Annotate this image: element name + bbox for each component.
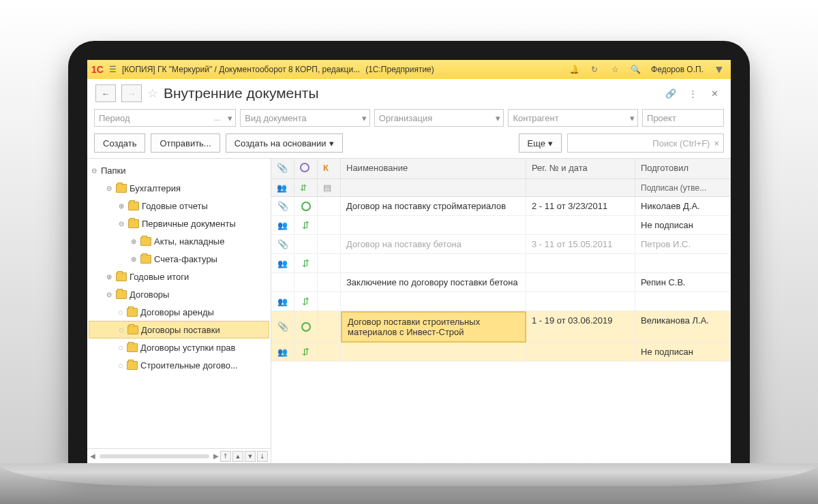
status-ring-icon (301, 322, 311, 332)
tree-item[interactable]: ○Строительные догово... (89, 356, 269, 374)
more-button[interactable]: Еще ▾ (519, 133, 562, 153)
tree-item[interactable]: ⊖Первичные документы (89, 215, 269, 232)
tree-first-button[interactable]: ⤒ (220, 451, 231, 462)
folder-icon (140, 237, 151, 246)
doc-author: Николаев Д.А. (635, 197, 731, 216)
tree-item[interactable]: ○Договоры поставки (89, 321, 269, 338)
table-row[interactable]: Заключение по договору поставки бетонаРе… (271, 273, 731, 292)
table-row-sub: 👥⇵ (271, 254, 731, 273)
window-title: [КОПИЯ] ГК "Меркурий" / Документооборот … (122, 65, 360, 74)
toolbar: Создать Отправить... Создать на основани… (87, 131, 731, 158)
tree-item-label: Первичные документы (142, 219, 236, 229)
page-title: Внутренние документы (164, 85, 319, 101)
folder-icon (128, 202, 139, 210)
link-icon[interactable]: 🔗 (663, 85, 679, 101)
tree-item-label: Акты, накладные (154, 236, 224, 247)
doc-reg: 1 - 19 от 03.06.2019 (526, 311, 635, 343)
col-reg[interactable]: Рег. № и дата (526, 159, 635, 179)
tree-item[interactable]: ⊕Счета-фактуры (89, 250, 269, 268)
current-user[interactable]: Федоров О.П. (648, 65, 706, 74)
doc-reg: 3 - 11 от 15.05.2011 (526, 235, 635, 254)
tree-item[interactable]: ⊖Договоры (89, 285, 269, 303)
nav-back-button[interactable]: ← (95, 84, 116, 102)
route-icon: ⇵ (302, 347, 309, 357)
doc-author: Петров И.С. (635, 235, 731, 254)
search-input[interactable]: Поиск (Ctrl+F) × (567, 133, 724, 153)
tree-item[interactable]: ⊖Бухгалтерия (89, 179, 269, 197)
col-author[interactable]: Подготовил (635, 159, 731, 179)
filter-counterparty[interactable]: Контрагент▾ (508, 109, 638, 127)
filter-organization[interactable]: Организация▾ (374, 109, 504, 127)
table-row[interactable]: 📎Договор на поставку бетона3 - 11 от 15.… (271, 235, 731, 254)
col-tree-icon[interactable]: ⇵ (294, 179, 318, 197)
route-icon: ⇵ (302, 220, 309, 230)
people-icon: 👥 (277, 347, 288, 357)
menu-icon[interactable]: ☰ (109, 65, 117, 74)
search-icon[interactable]: 🔍 (628, 65, 643, 74)
close-icon[interactable]: ✕ (706, 85, 723, 101)
create-based-button[interactable]: Создать на основании ▾ (226, 133, 343, 153)
col-people-icon[interactable]: 👥 (271, 179, 294, 197)
doc-author: Великанова Л.А. (635, 311, 731, 343)
col-status[interactable] (294, 159, 318, 179)
tree-item[interactable]: ⊕Годовые отчеты (89, 197, 269, 215)
chevron-down-icon: ▾ (329, 138, 334, 148)
filter-bar: Период …▾ Вид документа▾ Организация▾ Ко… (87, 108, 731, 131)
people-icon: 👥 (277, 259, 288, 268)
nav-forward-button: → (121, 84, 142, 102)
filter-counterparty-label: Контрагент (513, 113, 558, 123)
user-dropdown-icon[interactable]: ⯆ (712, 65, 727, 74)
filter-doctype[interactable]: Вид документа▾ (240, 109, 370, 127)
route-icon: ⇵ (302, 296, 309, 306)
tree-last-button[interactable]: ⤓ (257, 451, 268, 462)
doc-name: Договор на поставку стройматериалов (341, 197, 526, 216)
tree-item[interactable]: ○Договоры уступки прав (89, 338, 269, 356)
search-placeholder: Поиск (Ctrl+F) (652, 138, 710, 148)
tree-item-label: Договоры (130, 289, 169, 300)
tree-item[interactable]: ⊕Годовые итоги (89, 268, 269, 285)
filter-project-label: Проект (647, 113, 676, 123)
doc-signed: Не подписан (635, 216, 731, 235)
filter-org-label: Организация (379, 113, 432, 123)
favorite-icon[interactable]: ☆ (147, 86, 158, 101)
documents-table: 📎 К Наименование Рег. № и дата Подготови… (271, 159, 731, 463)
table-row[interactable]: 📎Договор на поставку стройматериалов2 - … (271, 197, 731, 216)
filter-project[interactable]: Проект (642, 109, 724, 127)
app-logo: 1C (91, 64, 104, 75)
tree-down-button[interactable]: ▼ (245, 451, 256, 462)
tree-scroll-controls: ◀ ▶ ⤒ ▲ ▼ ⤓ (87, 448, 271, 463)
tree-item[interactable]: ○Договоры аренды (89, 303, 269, 321)
filter-period[interactable]: Период …▾ (94, 109, 236, 127)
table-row[interactable]: 📎Договор поставки строительных материало… (271, 311, 731, 343)
bell-icon[interactable]: 🔔 (566, 65, 581, 74)
doc-signed (635, 254, 731, 273)
doc-signed: Не подписан (635, 343, 731, 362)
folder-icon (140, 255, 151, 264)
paperclip-icon: 📎 (277, 321, 288, 332)
star-icon[interactable]: ☆ (607, 65, 622, 74)
window-subtitle: (1С:Предприятие) (365, 65, 434, 74)
tree-item-label: Договоры аренды (140, 307, 214, 317)
paperclip-icon: 📎 (277, 239, 288, 249)
titlebar: 1C ☰ [КОПИЯ] ГК "Меркурий" / Документооб… (87, 60, 731, 79)
folder-icon (127, 308, 138, 317)
folder-icon (116, 272, 127, 281)
doc-reg (526, 273, 635, 292)
col-name[interactable]: Наименование (341, 159, 526, 179)
tree-item-label: Годовые отчеты (142, 201, 208, 211)
create-button[interactable]: Создать (94, 133, 145, 153)
paperclip-icon: 📎 (277, 201, 288, 211)
col-k[interactable]: К (318, 159, 341, 179)
col-signed[interactable]: Подписан (утве... (635, 179, 731, 197)
clear-icon[interactable]: × (714, 138, 719, 148)
table-row-sub: 👥⇵Не подписан (271, 343, 731, 362)
history-icon[interactable]: ↻ (587, 65, 602, 74)
doc-name: Заключение по договору поставки бетона (341, 273, 526, 292)
tree-item[interactable]: ⊕Акты, накладные (89, 232, 269, 250)
tree-root[interactable]: ⊖Папки (89, 161, 269, 179)
tree-up-button[interactable]: ▲ (232, 451, 243, 462)
col-stamp-icon[interactable]: ▤ (318, 179, 341, 197)
kebab-icon[interactable]: ⋮ (684, 85, 701, 101)
col-attach[interactable]: 📎 (271, 159, 294, 179)
send-button[interactable]: Отправить... (151, 133, 219, 153)
